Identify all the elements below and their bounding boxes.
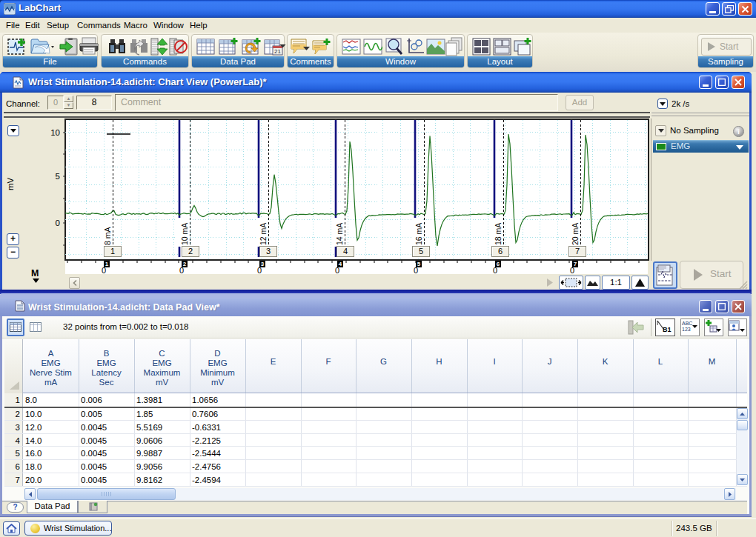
svg-text:123: 123 xyxy=(682,327,691,332)
svg-text:16 mA: 16 mA xyxy=(414,223,423,245)
svg-text:10 mA: 10 mA xyxy=(180,223,189,245)
svg-text:14 mA: 14 mA xyxy=(335,223,344,245)
svg-text:21: 21 xyxy=(274,48,281,55)
svg-text:ABC: ABC xyxy=(682,321,692,326)
svg-text:12 mA: 12 mA xyxy=(259,223,268,245)
svg-text:18 mA: 18 mA xyxy=(494,223,503,245)
svg-text:8 mA: 8 mA xyxy=(103,227,112,245)
svg-text:20 mA: 20 mA xyxy=(571,223,580,245)
svg-text:B1: B1 xyxy=(663,326,672,333)
